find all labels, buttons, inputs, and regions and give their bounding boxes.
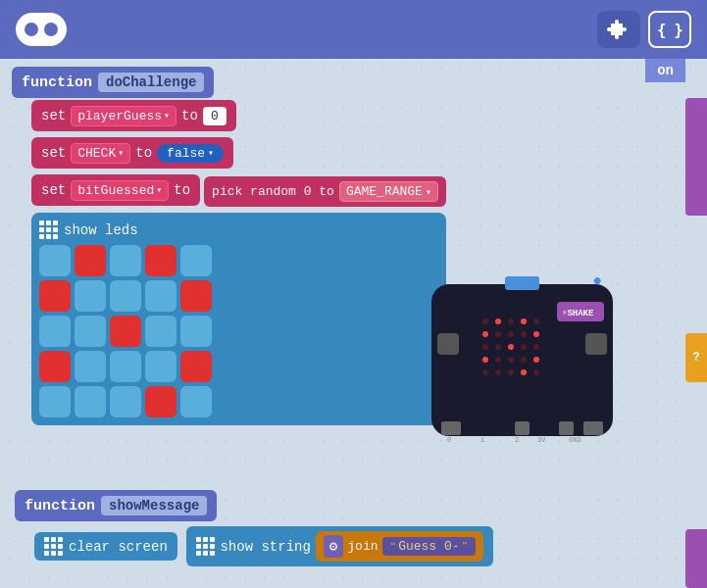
svg-point-8	[495, 331, 501, 337]
svg-point-9	[508, 331, 514, 337]
game-range-var[interactable]: GAME_RANGE	[339, 181, 438, 202]
svg-point-15	[521, 344, 527, 350]
svg-rect-30	[441, 421, 461, 435]
playerguess-value[interactable]: 0	[203, 107, 227, 125]
set-keyword-1: set	[41, 108, 66, 123]
clear-screen-block: clear screen	[34, 532, 177, 561]
show-leds-container: show leds	[31, 213, 446, 425]
led-cell-4-3[interactable]	[145, 386, 177, 417]
led-cell-0-3[interactable]	[145, 245, 177, 276]
pick-random-block: pick random 0 to GAME_RANGE	[204, 176, 446, 207]
show-string-block: show string ⚙ join Guess 0-	[186, 526, 493, 566]
led-cell-3-1[interactable]	[75, 351, 106, 382]
svg-point-11	[533, 331, 539, 337]
svg-rect-33	[583, 421, 603, 435]
led-cell-1-0[interactable]	[39, 280, 71, 312]
function2-name: showMessage	[101, 496, 207, 515]
main-area: on ? function doChallenge set playerGues…	[0, 59, 707, 588]
function-keyword: function	[22, 74, 92, 91]
show-leds-label: show leds	[64, 222, 138, 238]
blocks-tab-button[interactable]	[597, 11, 640, 48]
gear-icon[interactable]: ⚙	[324, 535, 343, 558]
led-cell-0-4[interactable]	[180, 245, 212, 276]
set-playerguess-block: set playerGuess to 0	[31, 100, 236, 131]
svg-point-26	[533, 369, 539, 375]
svg-text:0: 0	[447, 436, 451, 444]
function2-container: function showMessage clear screen	[15, 490, 493, 566]
right-panel-yellow[interactable]: ?	[685, 333, 707, 382]
function1-name: doChallenge	[98, 73, 204, 92]
led-cell-0-1[interactable]	[75, 245, 106, 276]
set-keyword-2: set	[41, 145, 66, 161]
clear-screen-label: clear screen	[69, 539, 168, 555]
join-label: join	[347, 539, 378, 554]
led-cell-0-2[interactable]	[110, 245, 141, 276]
led-cell-4-4[interactable]	[180, 386, 212, 417]
question-mark-icon: ?	[692, 351, 699, 365]
led-cell-3-4[interactable]	[180, 351, 212, 382]
bitguessed-var[interactable]: bitGuessed	[71, 180, 169, 201]
led-cell-2-1[interactable]	[75, 316, 106, 347]
svg-point-14	[508, 344, 514, 350]
svg-point-2	[482, 318, 488, 324]
workspace[interactable]: on ? function doChallenge set playerGues…	[0, 59, 707, 588]
false-value[interactable]: false	[157, 144, 224, 163]
led-cell-3-2[interactable]	[110, 351, 141, 382]
svg-point-10	[521, 331, 527, 337]
svg-rect-32	[559, 421, 574, 435]
set-check-block: set CHECK to false	[31, 137, 233, 169]
set-bitguessed-block: set bitGuessed to	[31, 174, 200, 206]
header-buttons: { }	[597, 11, 691, 48]
svg-point-22	[482, 369, 488, 375]
svg-text:2: 2	[515, 436, 519, 444]
svg-point-3	[495, 318, 501, 324]
led-cell-4-1[interactable]	[75, 386, 106, 417]
set-bitguessed-row: set bitGuessed to pick random 0 to GAME_…	[31, 174, 446, 209]
led-cell-4-0[interactable]	[39, 386, 71, 417]
led-cell-1-4[interactable]	[180, 280, 212, 312]
led-cell-3-0[interactable]	[39, 351, 71, 382]
pick-random-label: pick random 0 to	[212, 184, 334, 199]
right-panel-purple-bottom[interactable]	[685, 529, 707, 588]
svg-text:1: 1	[480, 436, 484, 444]
code-tab-button[interactable]: { }	[648, 11, 691, 48]
playerguess-var[interactable]: playerGuess	[71, 106, 177, 126]
led-cell-2-4[interactable]	[180, 316, 212, 347]
led-cell-4-2[interactable]	[110, 386, 141, 417]
set-keyword-3: set	[41, 182, 66, 198]
grid-icon	[39, 220, 58, 239]
function2-body: clear screen show string ⚙ join Guess 0-	[34, 523, 493, 566]
led-cell-1-3[interactable]	[145, 280, 177, 312]
logo-circle-left	[25, 23, 38, 36]
svg-point-7	[482, 331, 488, 337]
header: { }	[0, 0, 707, 59]
logo[interactable]	[16, 13, 67, 46]
svg-point-23	[495, 369, 501, 375]
to-keyword-2: to	[135, 145, 152, 161]
led-cell-2-3[interactable]	[145, 316, 177, 347]
led-cell-1-2[interactable]	[110, 280, 141, 312]
logo-circle-right	[44, 23, 58, 36]
right-panel-purple-top[interactable]	[685, 98, 707, 216]
grid-icon-3	[196, 537, 215, 556]
microbit-simulator: 0 1 2 3V GND ⚡SHAKE	[431, 274, 623, 446]
svg-point-24	[508, 369, 514, 375]
svg-rect-29	[505, 276, 539, 290]
led-cell-2-0[interactable]	[39, 316, 71, 347]
led-grid[interactable]	[39, 245, 438, 417]
string-value[interactable]: Guess 0-	[382, 537, 477, 556]
function-keyword-2: function	[25, 498, 95, 514]
on-label: on	[645, 59, 685, 82]
svg-point-21	[533, 357, 539, 363]
led-cell-0-0[interactable]	[39, 245, 71, 276]
check-var[interactable]: CHECK	[71, 143, 130, 164]
led-cell-2-2[interactable]	[110, 316, 141, 347]
svg-point-12	[482, 344, 488, 350]
svg-point-6	[533, 318, 539, 324]
svg-point-25	[521, 369, 527, 375]
svg-point-17	[482, 357, 488, 363]
code-icon: { }	[657, 21, 682, 39]
led-cell-1-1[interactable]	[75, 280, 106, 312]
function1-body: set playerGuess to 0 set CHECK to false	[31, 100, 446, 425]
led-cell-3-3[interactable]	[145, 351, 177, 382]
